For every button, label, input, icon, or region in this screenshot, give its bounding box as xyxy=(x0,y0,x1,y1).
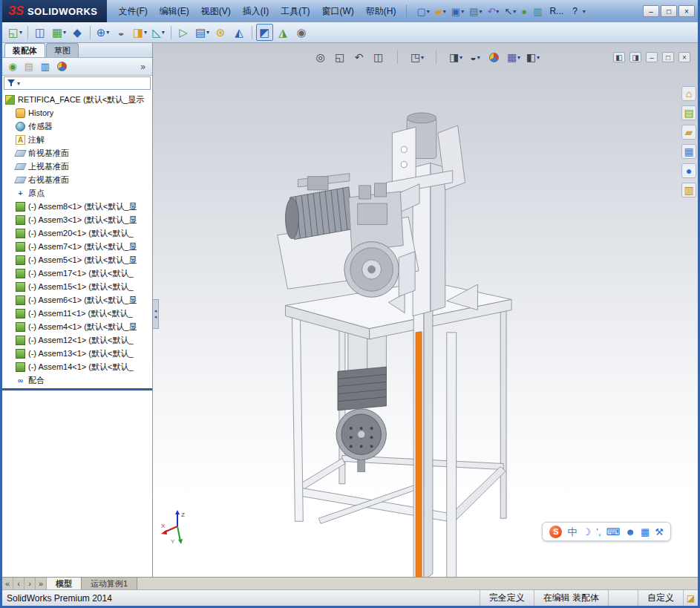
exploded-view-icon[interactable]: ⊛ xyxy=(212,24,229,41)
rebuild-icon[interactable]: ● xyxy=(519,3,530,19)
toggle-right-pane-icon[interactable]: ◨ xyxy=(629,52,641,62)
sogou-logo-icon[interactable]: S xyxy=(549,526,562,538)
propertymanager-tab-icon[interactable]: ▤ xyxy=(22,60,36,73)
print-icon[interactable]: ▤ ▾ xyxy=(467,3,484,19)
view-settings-icon[interactable]: ◧ ▾ xyxy=(525,49,541,65)
new-motion-study-icon[interactable]: ▷ xyxy=(175,24,192,41)
tree-item[interactable]: (-) Assem8<1> (默认<默认_显 xyxy=(2,200,152,213)
toggle-left-pane-icon[interactable]: ◧ xyxy=(613,52,625,62)
toolbar-item[interactable] xyxy=(249,25,255,40)
tree-item[interactable]: (-) Assem6<1> (默认<默认_显 xyxy=(2,293,152,307)
file-properties-icon[interactable]: ▥ xyxy=(531,3,545,19)
previous-view-icon[interactable]: ↶ xyxy=(351,49,367,65)
zoom-to-area-icon[interactable]: ◱ xyxy=(332,49,348,65)
menu-item[interactable]: 工具(T) xyxy=(275,2,315,21)
custom-properties-icon[interactable]: ▥ xyxy=(681,183,696,197)
tree-item[interactable]: 上视基准面 xyxy=(2,160,152,173)
minimize-document-icon[interactable]: – xyxy=(646,52,658,62)
tree-root-item[interactable]: RETIFICA_FACE (默认<默认_显示 xyxy=(2,93,152,106)
tree-item[interactable]: (-) Assem3<1> (默认<默认_显 xyxy=(2,213,152,226)
status-custom[interactable]: 自定义 xyxy=(638,590,683,606)
toolbar-item[interactable] xyxy=(25,25,30,40)
dropdown-arrow-icon[interactable]: ▾ xyxy=(513,8,516,15)
tree-item[interactable]: 右视基准面 xyxy=(2,173,152,186)
hud-item[interactable] xyxy=(428,49,445,65)
dropdown-arrow-icon[interactable]: ▾ xyxy=(496,8,499,15)
panel-collapse-handle[interactable]: ◂ ◂ xyxy=(153,299,159,329)
last-tab-button[interactable]: » xyxy=(36,578,47,589)
undo-icon[interactable]: ↶ ▾ xyxy=(485,3,501,19)
tree-item[interactable]: (-) Assem17<1> (默认<默认_ xyxy=(2,267,152,280)
filter-dropdown-arrow-icon[interactable]: ▾ xyxy=(17,80,20,87)
help-dropdown-arrow-icon[interactable]: ▾ xyxy=(583,8,586,15)
tree-item[interactable]: 配合 xyxy=(2,373,152,387)
menu-item[interactable]: 编辑(E) xyxy=(154,2,195,21)
interference-detection-icon[interactable]: ◩ xyxy=(256,24,273,41)
machine-model[interactable] xyxy=(153,43,698,577)
hide-show-items-icon[interactable]: ◒ ▾ xyxy=(467,49,483,65)
commandmanager-tab[interactable]: 装配体 xyxy=(4,43,45,57)
select-icon[interactable]: ↖ ▾ xyxy=(502,3,518,19)
tree-item[interactable]: (-) Assem15<1> (默认<默认_ xyxy=(2,280,152,293)
explode-line-sketch-icon[interactable]: ◭ xyxy=(231,24,248,41)
panel-overflow-button[interactable]: » xyxy=(137,62,148,72)
close-document-icon[interactable]: × xyxy=(678,52,690,62)
assembly-xpert-icon[interactable]: ◮ xyxy=(275,24,292,41)
hud-item[interactable] xyxy=(390,49,406,65)
view-orientation-icon[interactable]: ◳ ▾ xyxy=(409,49,425,65)
document-tab[interactable]: 运动算例1 xyxy=(82,578,137,589)
toolbox-icon[interactable]: ▦ xyxy=(641,527,650,537)
toolbar-item[interactable] xyxy=(88,25,93,40)
next-tab-button[interactable]: › xyxy=(24,578,36,589)
save-icon[interactable]: ▣ ▾ xyxy=(449,3,466,19)
dropdown-arrow-icon[interactable]: ▾ xyxy=(427,8,430,15)
skin-moon-icon[interactable]: ☽ xyxy=(582,527,591,537)
display-style-icon[interactable]: ◨ ▾ xyxy=(448,49,464,65)
bill-of-materials-icon[interactable]: ▤ ▾ xyxy=(194,24,211,41)
toolbar-item[interactable] xyxy=(169,25,174,40)
commandmanager-tab[interactable]: 草图 xyxy=(46,43,79,57)
punctuation-icon[interactable]: ’, xyxy=(596,527,601,537)
new-document-icon[interactable]: ▢ ▾ xyxy=(415,3,432,19)
tree-item[interactable]: 前视基准面 xyxy=(2,146,152,160)
minimize-window-button[interactable]: – xyxy=(643,5,659,17)
section-view-icon[interactable]: ◫ xyxy=(370,49,387,65)
graphics-area[interactable]: ◎ ◱ ↶ ◫ xyxy=(153,43,698,577)
first-tab-button[interactable]: « xyxy=(2,578,13,589)
document-tab[interactable]: 模型 xyxy=(47,578,82,589)
tree-item[interactable]: (-) Assem11<1> (默认<默认_ xyxy=(2,307,152,320)
tree-item[interactable]: 传感器 xyxy=(2,120,152,133)
edit-appearance-icon[interactable] xyxy=(486,49,503,65)
menu-item[interactable]: 文件(F) xyxy=(113,2,154,21)
tree-item[interactable]: (-) Assem4<1> (默认<默认_显 xyxy=(2,320,152,333)
move-component-icon[interactable]: ⊕ ▾ xyxy=(94,24,111,41)
appearances-scenes-icon[interactable]: ● xyxy=(681,163,696,178)
dropdown-arrow-icon[interactable]: ▾ xyxy=(443,8,446,15)
reference-geometry-icon[interactable]: ◺ ▾ xyxy=(150,24,167,41)
show-hidden-components-icon[interactable]: ◒ xyxy=(113,24,130,41)
menu-item[interactable]: 窗口(W) xyxy=(316,2,360,21)
apply-scene-icon[interactable]: ▦ ▾ xyxy=(506,49,522,65)
tree-item[interactable]: (-) Assem13<1> (默认<默认_ xyxy=(2,347,152,360)
tree-item[interactable]: History xyxy=(2,106,152,120)
menu-item[interactable]: 插入(I) xyxy=(237,2,275,21)
prev-tab-button[interactable]: ‹ xyxy=(13,578,24,589)
smart-fasteners-icon[interactable]: ◆ xyxy=(69,24,86,41)
soft-keyboard-icon[interactable]: ⌨ xyxy=(606,527,621,537)
insert-component-icon[interactable]: ◱ ▾ xyxy=(7,24,24,41)
tree-item[interactable]: 注解 xyxy=(2,133,152,146)
tree-item[interactable]: (-) Assem14<1> (默认<默认_ xyxy=(2,360,152,373)
input-mode-chinese-icon[interactable]: 中 xyxy=(567,527,577,537)
status-tag-icon[interactable]: ◪ xyxy=(683,590,698,606)
dropdown-arrow-icon[interactable]: ▾ xyxy=(479,8,482,15)
mate-icon[interactable]: ◫ xyxy=(32,24,49,41)
help-menu[interactable]: ? xyxy=(568,6,582,16)
zoom-to-fit-icon[interactable]: ◎ xyxy=(313,49,329,65)
configurationmanager-tab-icon[interactable]: ▥ xyxy=(39,60,52,73)
account-icon[interactable]: ☻ xyxy=(625,527,635,537)
tree-item[interactable]: (-) Assem12<1> (默认<默认_ xyxy=(2,333,152,347)
toolbar-overflow[interactable]: R... xyxy=(545,6,568,16)
take-snapshot-icon[interactable]: ◉ xyxy=(293,24,310,41)
design-library-icon[interactable]: ▤ xyxy=(681,105,696,120)
restore-document-icon[interactable]: □ xyxy=(662,52,674,62)
